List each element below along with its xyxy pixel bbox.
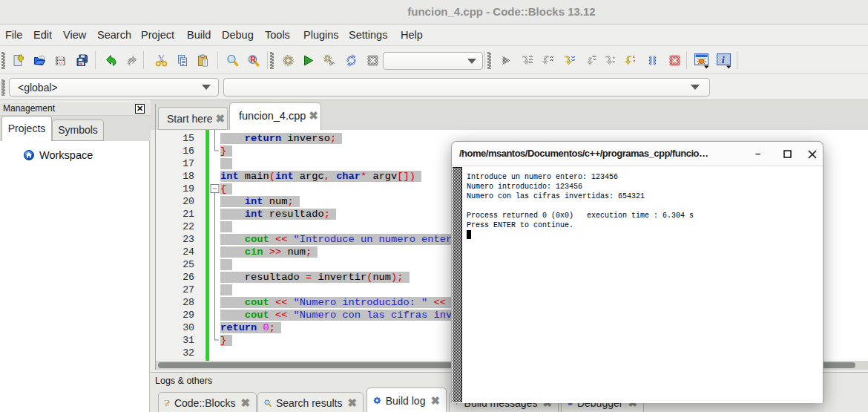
svg-text:i: i bbox=[722, 54, 725, 65]
svg-text:R: R bbox=[250, 55, 256, 64]
